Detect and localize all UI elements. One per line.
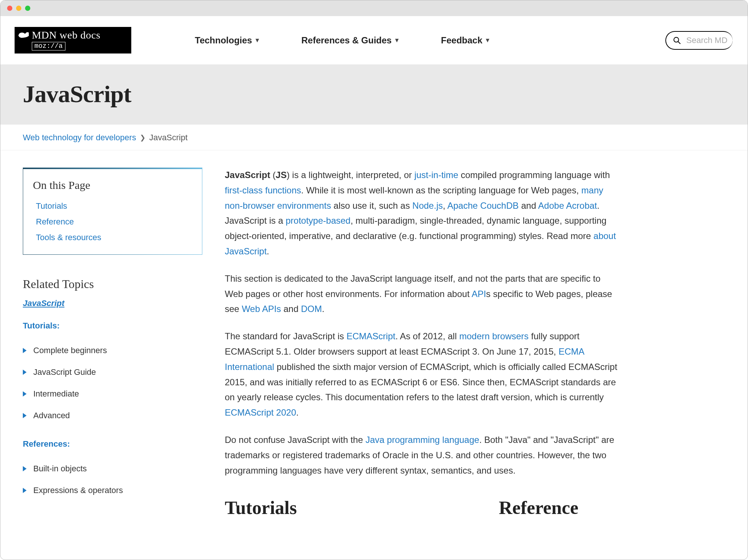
intro-paragraph-3: The standard for JavaScript is ECMAScrip…: [225, 329, 621, 420]
nav-label: References & Guides: [301, 35, 392, 46]
link-dom[interactable]: DOM: [301, 304, 322, 314]
related-section-tutorials: Tutorials:: [23, 321, 202, 331]
link-modern-browsers[interactable]: modern browsers: [459, 331, 528, 341]
bold-text: JavaScript: [225, 170, 270, 180]
otp-link-reference[interactable]: Reference: [33, 214, 192, 230]
sidebar-item-advanced[interactable]: Advanced: [23, 405, 202, 426]
sidebar-item-expressions-operators[interactable]: Expressions & operators: [23, 480, 202, 501]
page-title: JavaScript: [23, 80, 725, 108]
related-heading: Related Topics: [23, 277, 202, 291]
sidebar-item-label: JavaScript Guide: [33, 367, 96, 377]
browser-window: MDN web docs moz://a Technologies ▼ Refe…: [0, 0, 748, 560]
otp-link-tools[interactable]: Tools & resources: [33, 230, 192, 245]
intro-paragraph-1: JavaScript (JS) is a lightweight, interp…: [225, 168, 621, 259]
nav-label: Feedback: [441, 35, 482, 46]
window-maximize-button[interactable]: [25, 6, 30, 11]
bold-text: JS: [276, 170, 286, 180]
triangle-right-icon: [23, 466, 27, 471]
chevron-right-icon: ❯: [140, 134, 145, 142]
window-titlebar: [0, 0, 748, 16]
main-area: On this Page Tutorials Reference Tools &…: [0, 150, 748, 559]
caret-down-icon: ▼: [485, 37, 491, 44]
top-nav: MDN web docs moz://a Technologies ▼ Refe…: [0, 16, 748, 65]
breadcrumb-link[interactable]: Web technology for developers: [23, 133, 136, 143]
link-nodejs[interactable]: Node.js: [413, 201, 443, 211]
triangle-right-icon: [23, 488, 27, 493]
link-couchdb[interactable]: Apache CouchDB: [447, 201, 519, 211]
link-web-apis[interactable]: Web APIs: [242, 304, 281, 314]
otp-link-tutorials[interactable]: Tutorials: [33, 198, 192, 214]
article-content: JavaScript (JS) is a lightweight, interp…: [225, 168, 740, 559]
link-ecmascript-2020[interactable]: ECMAScript 2020: [225, 407, 296, 417]
sidebar-item-label: Intermediate: [33, 389, 79, 399]
link-first-class-functions[interactable]: first-class functions: [225, 185, 301, 195]
sidebar-item-label: Complete beginners: [33, 346, 107, 355]
caret-down-icon: ▼: [254, 37, 260, 44]
sidebar-item-complete-beginners[interactable]: Complete beginners: [23, 340, 202, 361]
logo-sub-text: moz://a: [32, 42, 65, 51]
window-minimize-button[interactable]: [16, 6, 21, 11]
sidebar-item-label: Advanced: [33, 411, 70, 420]
svg-line-1: [678, 41, 680, 43]
link-prototype-based[interactable]: prototype-based: [286, 215, 350, 226]
caret-down-icon: ▼: [394, 37, 400, 44]
breadcrumb-current: JavaScript: [149, 133, 188, 143]
section-headings-row: Tutorials Reference: [225, 497, 736, 518]
svg-point-0: [674, 37, 679, 42]
triangle-right-icon: [23, 348, 27, 353]
search-box[interactable]: [665, 31, 733, 50]
sidebar-item-label: Built-in objects: [33, 464, 87, 474]
related-section-references: References:: [23, 439, 202, 449]
link-adobe-acrobat[interactable]: Adobe Acrobat: [538, 201, 597, 211]
on-this-page-card: On this Page Tutorials Reference Tools &…: [23, 168, 202, 255]
search-icon: [673, 36, 681, 45]
sidebar-item-javascript-guide[interactable]: JavaScript Guide: [23, 361, 202, 383]
triangle-right-icon: [23, 413, 27, 418]
link-ecmascript[interactable]: ECMAScript: [346, 331, 395, 341]
intro-paragraph-4: Do not confuse JavaScript with the Java …: [225, 432, 621, 478]
triangle-right-icon: [23, 370, 27, 375]
breadcrumb: Web technology for developers ❯ JavaScri…: [0, 125, 748, 150]
sidebar-item-label: Expressions & operators: [33, 486, 123, 495]
hero-banner: JavaScript: [0, 65, 748, 125]
sidebar-item-builtin-objects[interactable]: Built-in objects: [23, 458, 202, 480]
nav-items: Technologies ▼ References & Guides ▼ Fee…: [195, 35, 491, 46]
search-input[interactable]: [686, 36, 733, 45]
intro-paragraph-2: This section is dedicated to the JavaScr…: [225, 271, 621, 317]
sidebar-item-intermediate[interactable]: Intermediate: [23, 383, 202, 405]
link-jit[interactable]: just-in-time: [414, 170, 458, 180]
section-heading-reference: Reference: [499, 497, 579, 518]
nav-feedback[interactable]: Feedback ▼: [441, 35, 491, 46]
related-top-link[interactable]: JavaScript: [23, 299, 202, 308]
related-topics: Related Topics JavaScript Tutorials: Com…: [23, 277, 202, 501]
sidebar: On this Page Tutorials Reference Tools &…: [23, 168, 202, 559]
nav-references-guides[interactable]: References & Guides ▼: [301, 35, 400, 46]
otp-list: Tutorials Reference Tools & resources: [33, 198, 192, 245]
dino-icon: [18, 31, 29, 40]
section-heading-tutorials: Tutorials: [225, 497, 297, 518]
triangle-right-icon: [23, 391, 27, 397]
nav-technologies[interactable]: Technologies ▼: [195, 35, 260, 46]
window-close-button[interactable]: [7, 6, 12, 11]
mdn-logo[interactable]: MDN web docs moz://a: [15, 27, 131, 54]
link-api[interactable]: API: [472, 289, 486, 299]
logo-main-text: MDN web docs: [32, 29, 100, 41]
link-java-language[interactable]: Java programming language: [365, 435, 479, 445]
nav-label: Technologies: [195, 35, 252, 46]
otp-heading: On this Page: [33, 179, 192, 192]
